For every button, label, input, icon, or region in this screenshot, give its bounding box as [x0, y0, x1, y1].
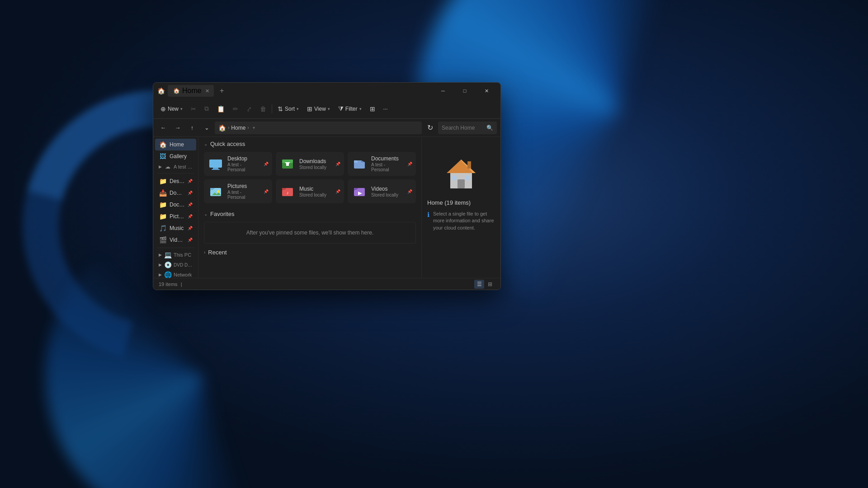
forward-button[interactable]: → [171, 122, 184, 134]
qa-pictures-subtitle: A test - Personal [227, 190, 260, 200]
info-icon: ℹ [427, 211, 429, 218]
favorites-container: After you've pinned some files, we'll sh… [204, 222, 416, 244]
share-icon: ⤤ [246, 105, 252, 113]
maximize-button[interactable]: □ [454, 84, 475, 98]
paste-button[interactable]: 📋 [213, 103, 228, 114]
sidebar-item-pictures[interactable]: 📁 Pictures 📌 [155, 211, 196, 222]
sidebar-a-test-expand[interactable]: ▶ ☁ A test - Personal [155, 162, 196, 171]
status-count: 19 items | [159, 282, 474, 287]
sidebar-pictures-label: Pictures [170, 213, 185, 220]
qa-pictures-name: Pictures [227, 183, 260, 189]
sidebar-desktop-label: Desktop [170, 178, 185, 184]
qa-item-videos[interactable]: Videos Stored locally 📌 [348, 179, 416, 203]
recent-header[interactable]: › Recent [204, 249, 416, 256]
path-dropdown-chevron-icon: ▾ [253, 125, 255, 130]
paste-icon: 📋 [217, 105, 225, 113]
qa-videos-pin-icon: 📌 [407, 189, 412, 194]
active-tab[interactable]: 🏠 Home ✕ [168, 85, 214, 97]
sidebar-this-pc-expand[interactable]: ▶ 💻 This PC [155, 250, 196, 260]
qa-item-pictures[interactable]: Pictures A test - Personal 📌 [204, 179, 272, 203]
sidebar-item-gallery[interactable]: 🖼 Gallery [155, 150, 196, 162]
recent-chevron-icon: › [204, 250, 205, 255]
svg-rect-1 [213, 168, 218, 169]
minimize-button[interactable]: ─ [433, 84, 453, 98]
new-button[interactable]: ⊕ New ▾ [157, 103, 186, 114]
qa-item-desktop[interactable]: Desktop A test - Personal 📌 [204, 152, 272, 176]
tab-icon: 🏠 [172, 87, 180, 95]
qa-item-music[interactable]: ♪ Music Stored locally 📌 [276, 179, 344, 203]
qa-music-name: Music [299, 186, 326, 192]
quick-access-header[interactable]: ⌄ Quick access [204, 141, 416, 147]
status-bar: 19 items | ☰ ⊞ [153, 278, 500, 290]
rename-icon: ✏ [233, 105, 238, 113]
share-button[interactable]: ⤤ [243, 103, 255, 114]
list-view-button[interactable]: ☰ [474, 280, 484, 289]
sidebar-music-label: Music [170, 225, 185, 231]
sidebar-item-home[interactable]: 🏠 Home [155, 139, 196, 150]
filter-button[interactable]: ⧩ Filter ▾ [335, 103, 365, 114]
delete-icon: 🗑 [260, 105, 266, 113]
qa-videos-info: Videos Stored locally [371, 186, 398, 197]
sidebar-dvd-expand[interactable]: ▶ 💿 DVD Drive (D:) CCC [155, 260, 196, 270]
desktop-pin-icon: 📌 [188, 179, 193, 183]
quick-access-grid: Desktop A test - Personal 📌 [204, 152, 416, 203]
qa-videos-subtitle: Stored locally [371, 192, 398, 197]
search-input[interactable] [442, 125, 485, 131]
dvd-icon: 💿 [164, 261, 172, 268]
home-icon: 🏠 [159, 141, 167, 148]
up-button[interactable]: ↑ [186, 122, 198, 134]
copy-button[interactable]: ⧉ [201, 103, 212, 114]
sidebar-network-expand[interactable]: ▶ 🌐 Network [155, 270, 196, 278]
cut-icon: ✂ [191, 105, 196, 113]
pictures-folder-icon: 📁 [159, 213, 167, 220]
qa-item-downloads[interactable]: Downloads Stored locally 📌 [276, 152, 344, 176]
qa-item-documents[interactable]: Documents A test - Personal 📌 [348, 152, 416, 176]
qa-documents-name: Documents [371, 155, 404, 162]
title-bar: 🏠 🏠 Home ✕ + ─ □ ✕ [153, 83, 500, 99]
rename-button[interactable]: ✏ [229, 103, 242, 114]
sidebar-item-documents[interactable]: 📁 Documents 📌 [155, 199, 196, 211]
right-panel: Home (19 items) ℹ Select a single file t… [421, 137, 500, 278]
favorites-header[interactable]: ⌄ Favorites [204, 211, 416, 217]
svg-rect-2 [212, 169, 220, 170]
address-path[interactable]: 🏠 › Home › ▾ [215, 122, 422, 134]
search-box[interactable]: 🔍 [438, 122, 497, 134]
sidebar-item-desktop[interactable]: 📁 Desktop 📌 [155, 175, 196, 187]
qa-desktop-name: Desktop [227, 155, 260, 162]
path-arrow-2: › [247, 125, 249, 130]
add-tab-button[interactable]: + [217, 85, 227, 96]
view-icon: ⊞ [307, 105, 312, 113]
cut-button[interactable]: ✂ [187, 103, 200, 114]
close-button[interactable]: ✕ [476, 84, 497, 98]
svg-rect-14 [458, 179, 465, 188]
delete-button[interactable]: 🗑 [256, 103, 270, 114]
back-button[interactable]: ← [157, 122, 170, 134]
tab-close-icon[interactable]: ✕ [205, 88, 209, 94]
svg-rect-0 [209, 160, 222, 168]
path-dropdown[interactable]: ▾ [251, 124, 257, 131]
sidebar: 🏠 Home 🖼 Gallery ▶ ☁ A test - Personal 📁… [153, 137, 198, 278]
sort-button[interactable]: ⇅ Sort ▾ [274, 103, 302, 114]
view-button[interactable]: ⊞ View ▾ [303, 103, 334, 114]
sidebar-downloads-label: Downloads [170, 190, 185, 196]
home-illustration [427, 156, 495, 192]
qa-documents-pin-icon: 📌 [407, 162, 412, 166]
qa-downloads-name: Downloads [299, 158, 326, 164]
svg-rect-15 [452, 176, 457, 180]
sidebar-item-music[interactable]: 🎵 Music 📌 [155, 222, 196, 234]
qa-downloads-info: Downloads Stored locally [299, 158, 326, 170]
details-button[interactable]: ⊞ [366, 103, 379, 114]
new-icon: ⊕ [160, 105, 166, 113]
sidebar-item-videos[interactable]: 🎬 Videos 📌 [155, 234, 196, 246]
refresh-button[interactable]: ↻ [424, 122, 436, 134]
more-button[interactable]: ··· [380, 104, 392, 114]
gallery-icon: 🖼 [159, 153, 167, 160]
qa-music-info: Music Stored locally [299, 186, 326, 197]
sidebar-item-downloads[interactable]: 📥 Downloads 📌 [155, 187, 196, 199]
grid-view-button[interactable]: ⊞ [485, 280, 495, 289]
qa-documents-subtitle: A test - Personal [371, 162, 404, 172]
recent-locations-button[interactable]: ⌄ [200, 122, 213, 134]
qa-videos-icon [351, 183, 368, 200]
main-content: 🏠 Home 🖼 Gallery ▶ ☁ A test - Personal 📁… [153, 137, 500, 278]
qa-documents-icon [351, 156, 368, 172]
